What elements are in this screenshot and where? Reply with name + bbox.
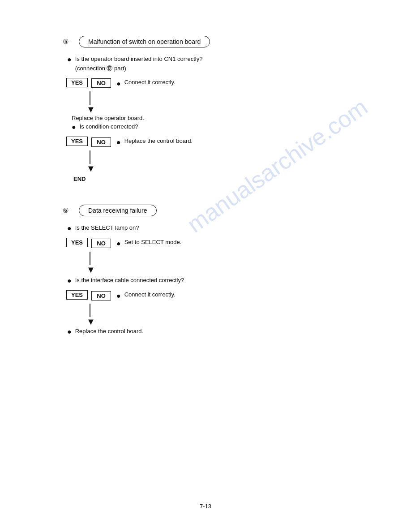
- section-5-no1-action: ● Connect it correctly.: [116, 78, 176, 89]
- section-5-q1-text: Is the operator board inserted into CN1 …: [75, 55, 203, 73]
- section-5-yes2-box: YES: [66, 137, 88, 146]
- section-5-flow1-row: YES NO ● Connect it correctly.: [72, 78, 366, 89]
- section-5-header: ⑤ Malfunction of switch on operation boa…: [63, 36, 366, 47]
- page-number: 7-13: [200, 503, 211, 510]
- section-6-replace: ● Replace the control board.: [67, 327, 366, 337]
- section-5-cond-bullet: ●: [72, 122, 76, 132]
- section-6-q1-text: Is the SELECT lamp on?: [75, 223, 139, 233]
- section-5-condition-q: ● Is condition corrected?: [72, 122, 366, 132]
- section-5-no2-box: NO: [91, 137, 111, 147]
- section-6-num: ⑥: [63, 206, 72, 215]
- section-6-yes1-col: YES: [72, 238, 91, 247]
- section-6-yes2-col: YES: [72, 290, 91, 300]
- section-6-flow1-row: YES NO ● Set to SELECT mode.: [72, 238, 366, 249]
- section-6-replace-text: Replace the control board.: [75, 327, 143, 336]
- section-6-no2-action: ● Connect it correctly.: [116, 290, 176, 301]
- section-6-header: ⑥ Data receiving failure: [63, 205, 366, 216]
- section-5-yes2-col: YES: [72, 137, 91, 146]
- section-5-cond-text: Is condition corrected?: [80, 122, 138, 132]
- section-6-vline2-line: [90, 304, 90, 317]
- section-5-no2-bullet: ●: [116, 137, 121, 147]
- section-5-after-flow1: Replace the operator board. ● Is conditi…: [72, 115, 366, 132]
- section-5-no1-bullet: ●: [116, 79, 121, 89]
- section-5-no2-action: ● Replace the control board.: [116, 137, 193, 147]
- section-6-vline1: ▼: [81, 252, 366, 274]
- section-6-arrow1: ▼: [86, 265, 366, 274]
- section-6-no1-bullet: ●: [116, 239, 121, 249]
- section-5-vline1: ▼: [81, 91, 366, 114]
- section-6-arrow2: ▼: [86, 317, 366, 326]
- section-5-yes1-box: YES: [66, 78, 88, 87]
- section-6-yes2-box: YES: [66, 290, 88, 300]
- section-5-no1-text: Connect it correctly.: [124, 79, 176, 86]
- section-6: ⑥ Data receiving failure ● Is the SELECT…: [63, 205, 366, 337]
- section-5-end-label: END: [73, 176, 86, 182]
- section-6-question1: ● Is the SELECT lamp on?: [67, 223, 366, 233]
- section-5-no1-box: NO: [91, 78, 111, 88]
- section-6-flow2: YES NO ● Connect it correctly. ▼ ● Repla: [67, 290, 366, 337]
- section-6-no2-box: NO: [91, 291, 111, 300]
- section-5-flow2-row: YES NO ● Replace the control board.: [72, 137, 366, 147]
- section-5-num: ⑤: [63, 38, 72, 46]
- page: manualsarchive.com ⑤ Malfunction of swit…: [0, 0, 411, 532]
- section-5-q1-bullet: ●: [67, 55, 72, 64]
- section-6-no2-text: Connect it correctly.: [124, 291, 176, 298]
- section-6-no1-text: Set to SELECT mode.: [124, 239, 182, 245]
- section-6-no2-bullet: ●: [116, 291, 121, 301]
- section-5-no-area: NO ● Connect it correctly.: [91, 78, 176, 89]
- section-5-no2-text: Replace the control board.: [124, 137, 193, 144]
- section-6-q2-text: Is the interface cable connected correct…: [75, 276, 184, 285]
- section-6-q1-bullet: ●: [67, 223, 72, 233]
- section-5-end: END: [71, 174, 366, 182]
- section-6-q2-bullet: ●: [67, 276, 72, 286]
- section-6-no1-box: NO: [91, 239, 111, 248]
- section-5-question1: ● Is the operator board inserted into CN…: [67, 55, 366, 73]
- section-5-vline1-line: [90, 91, 90, 105]
- section-6-flow1: YES NO ● Set to SELECT mode. ▼: [67, 238, 366, 274]
- section-6-no2-area: NO ● Connect it correctly.: [91, 290, 176, 301]
- section-5-yes-col: YES: [72, 78, 91, 87]
- section-5-vline2: ▼: [81, 150, 366, 173]
- section-5-replace-text: Replace the operator board.: [72, 115, 366, 121]
- section-5-arrow2: ▼: [86, 164, 366, 173]
- section-6-replace-bullet: ●: [67, 327, 72, 337]
- section-6-no1-action: ● Set to SELECT mode.: [116, 238, 181, 249]
- section-6-yes1-box: YES: [66, 238, 88, 247]
- section-5-no2-area: NO ● Replace the control board.: [91, 137, 193, 147]
- section-5: ⑤ Malfunction of switch on operation boa…: [63, 36, 366, 182]
- section-5-flow1: YES NO ● Connect it correctly. ▼ Replace…: [67, 78, 366, 133]
- section-6-no1-area: NO ● Set to SELECT mode.: [91, 238, 181, 249]
- section-6-title: Data receiving failure: [79, 205, 157, 216]
- section-5-arrow1: ▼: [86, 105, 366, 114]
- section-6-question2: ● Is the interface cable connected corre…: [67, 276, 366, 286]
- section-6-vline2: ▼: [81, 304, 366, 326]
- section-5-flow2: YES NO ● Replace the control board. ▼ EN…: [67, 137, 366, 182]
- section-5-vline2-line: [90, 150, 90, 164]
- section-5-title: Malfunction of switch on operation board: [79, 36, 210, 47]
- section-6-vline1-line: [90, 252, 90, 265]
- section-6-flow2-row: YES NO ● Connect it correctly.: [72, 290, 366, 301]
